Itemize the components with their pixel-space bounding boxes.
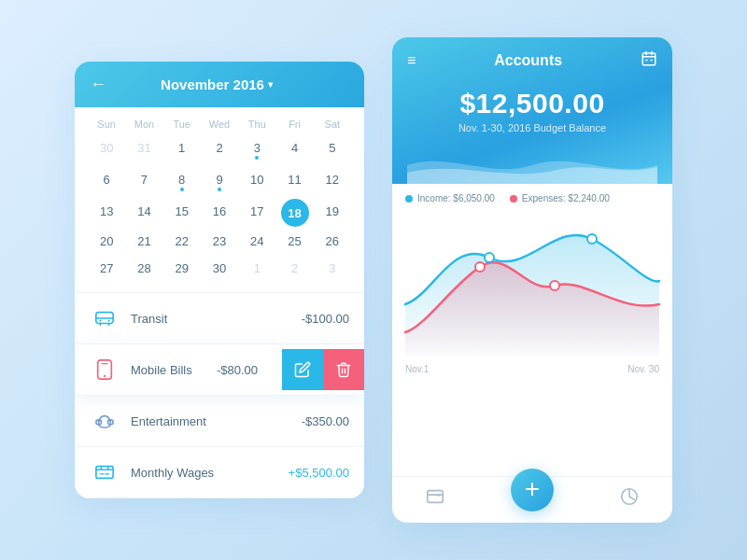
dow-mon: Mon [125,117,162,132]
add-icon: + [525,476,540,502]
month-label: November 2016 [161,77,264,92]
cal-day[interactable]: 3 [238,135,275,165]
expense-label: Expenses: $2,240.00 [522,193,610,203]
add-button[interactable]: + [511,469,554,511]
transaction-action-buttons [282,349,364,390]
cal-day[interactable]: 19 [314,199,351,227]
accounts-title: Accounts [494,52,562,69]
days-of-week-row: Sun Mon Tue Wed Thu Fri Sat [88,117,351,132]
mobile-label: Mobile Bills [131,363,217,377]
cal-day[interactable]: 3 [314,256,351,281]
calendar-grid: Sun Mon Tue Wed Thu Fri Sat 30 31 1 2 3 … [75,107,364,287]
svg-point-4 [104,375,106,377]
svg-point-13 [475,262,485,272]
cal-day[interactable]: 7 [125,167,162,197]
cal-day[interactable]: 26 [314,229,351,254]
cal-day[interactable]: 11 [275,167,313,197]
svg-point-2 [107,320,109,322]
dow-thu: Thu [238,117,275,132]
cal-day[interactable]: 2 [275,256,313,281]
wave-decoration [407,147,657,184]
cal-day[interactable]: 1 [238,256,275,281]
cal-day[interactable]: 31 [125,135,162,165]
cal-day[interactable]: 20 [88,229,125,254]
chart-labels: Nov.1 Nov. 30 [405,360,659,378]
cal-day[interactable]: 30 [201,256,238,281]
back-button[interactable]: ← [90,75,106,94]
transit-icon [90,303,120,333]
chart-end-label: Nov. 30 [627,364,659,374]
cal-day[interactable]: 21 [125,229,162,254]
cal-day[interactable]: 29 [163,256,201,281]
expense-legend: Expenses: $2,240.00 [510,193,610,203]
cal-day[interactable]: 28 [125,256,162,281]
calendar-panel: ← November 2016 ▾ Sun Mon Tue Wed Thu Fr… [75,62,364,498]
svg-rect-9 [645,60,647,62]
svg-rect-8 [642,53,655,65]
accounts-panel: ≡ Accounts $12,500.00 Nov. 1-30, 2016 Bu… [392,37,672,523]
month-title[interactable]: November 2016 ▾ [161,77,273,92]
bottom-nav: + [392,476,672,523]
chart-nav-icon[interactable] [619,486,640,511]
balance-amount: $12,500.00 [407,88,657,119]
edit-button[interactable] [282,349,323,390]
dow-sat: Sat [314,117,351,132]
entertainment-amount: -$350.00 [302,414,349,428]
cal-day[interactable]: 30 [88,135,125,165]
chart-start-label: Nov.1 [405,364,429,374]
cal-day[interactable]: 13 [88,199,125,227]
balance-subtitle: Nov. 1-30, 2016 Budget Balance [407,122,657,133]
chevron-down-icon: ▾ [268,79,273,90]
svg-rect-7 [96,467,113,479]
wallet-icon[interactable] [425,486,445,511]
cal-day[interactable]: 5 [314,135,351,165]
entertainment-label: Entertainment [131,414,302,428]
cal-day[interactable]: 22 [163,229,201,254]
hamburger-icon[interactable]: ≡ [407,52,416,69]
chart-legend: Income: $6,050.00 Expenses: $2,240.00 [405,193,659,203]
transaction-wages: Monthly Wages +$5,500.00 [75,447,364,498]
cal-day[interactable]: 14 [125,199,162,227]
entertainment-icon [90,406,120,436]
cal-day[interactable]: 8 [163,167,201,197]
cal-day[interactable]: 15 [163,199,201,227]
transit-amount: -$100.00 [302,312,349,326]
cal-day[interactable]: 10 [238,167,275,197]
cal-day[interactable]: 17 [238,199,275,227]
income-label: Income: $6,050.00 [417,193,495,203]
transaction-entertainment: Entertainment -$350.00 [75,396,364,447]
cal-day[interactable]: 23 [201,229,238,254]
dow-tue: Tue [163,117,201,132]
svg-point-14 [550,281,559,290]
cal-day[interactable]: 27 [88,256,125,281]
svg-rect-10 [651,60,653,62]
svg-point-12 [587,234,597,244]
dow-fri: Fri [275,117,313,132]
transaction-transit: Transit -$100.00 [75,293,364,344]
cal-day[interactable]: 2 [201,135,238,165]
wages-icon [90,457,120,487]
cal-day[interactable]: 24 [238,229,275,254]
cal-day-today[interactable]: 18 [281,199,309,227]
svg-point-11 [485,253,494,262]
wages-amount: +$5,500.00 [289,466,349,480]
calendar-days: 30 31 1 2 3 4 5 6 7 8 9 10 11 12 13 14 1… [88,135,351,281]
dow-sun: Sun [88,117,125,132]
cal-day[interactable]: 9 [201,167,238,197]
mobile-icon [90,355,120,385]
chart-area: Income: $6,050.00 Expenses: $2,240.00 [392,184,672,476]
delete-button[interactable] [323,349,364,390]
cal-day[interactable]: 25 [275,229,313,254]
wages-label: Monthly Wages [131,466,289,480]
cal-day[interactable]: 1 [163,135,201,165]
transit-label: Transit [131,312,302,326]
cal-day[interactable]: 12 [314,167,351,197]
transactions-list: Transit -$100.00 Mobile Bills -$80.00 [75,292,364,498]
chart-svg-container [405,211,659,360]
mobile-amount: -$80.00 [217,363,258,377]
cal-day[interactable]: 6 [88,167,125,197]
calendar-icon[interactable] [641,50,657,71]
expense-dot [510,195,517,203]
cal-day[interactable]: 16 [201,199,238,227]
cal-day[interactable]: 4 [275,135,313,165]
